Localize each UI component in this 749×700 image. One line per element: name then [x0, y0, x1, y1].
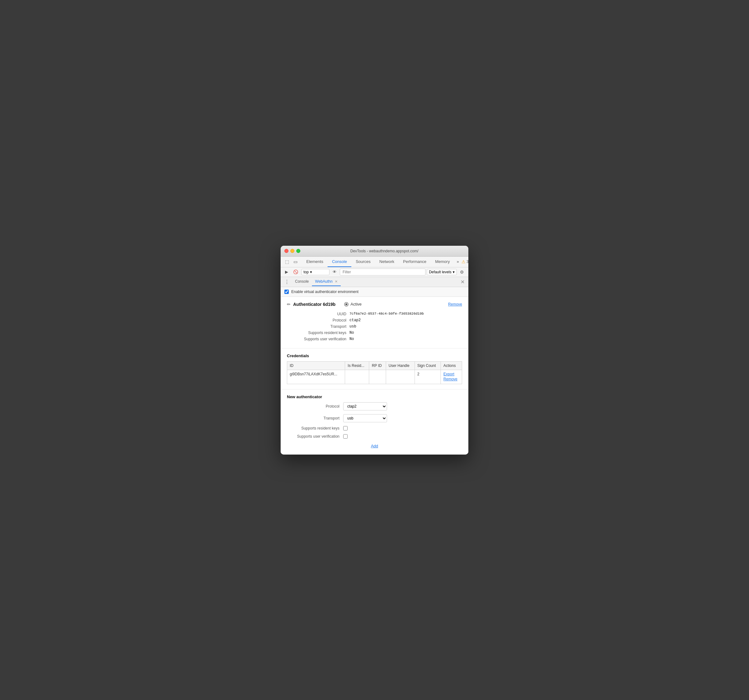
col-is-resident: Is Resid... — [345, 361, 369, 370]
col-id: ID — [287, 361, 345, 370]
filter-settings-button[interactable]: ⚙ — [458, 269, 466, 276]
cred-is-resident — [345, 370, 369, 384]
warning-icon: ⚠ — [462, 259, 466, 264]
traffic-lights — [284, 249, 300, 253]
auth-header: ✏ Authenticator 6d19b Active Remove — [287, 302, 462, 307]
cred-id: gi9DBsn77iLAXdK7es5UR... — [287, 370, 345, 384]
enable-bar: Enable virtual authenticator environment — [281, 287, 468, 297]
uuid-label: UUID — [293, 312, 350, 316]
top-navigation: ⬚ ▭ Elements Console Sources Network Per… — [281, 257, 468, 267]
tab-webauthn-panel[interactable]: WebAuthn ✕ — [312, 277, 341, 286]
new-protocol-row: Protocol ctap2 u2f — [287, 402, 462, 411]
context-value: top — [303, 270, 309, 274]
new-protocol-label: Protocol — [287, 404, 343, 409]
transport-value: usb — [350, 324, 356, 329]
tab-elements[interactable]: Elements — [302, 257, 327, 267]
credentials-section: Credentials ID Is Resid... RP ID User Ha… — [281, 348, 468, 389]
detail-user-verification: Supports user verification No — [293, 337, 462, 341]
radio-input[interactable] — [344, 302, 349, 306]
edit-icon[interactable]: ✏ — [287, 302, 290, 307]
col-actions: Actions — [441, 361, 462, 370]
authenticator-section: ✏ Authenticator 6d19b Active Remove UUID… — [281, 297, 468, 348]
export-credential-button[interactable]: Export — [443, 372, 454, 376]
nav-right-controls: ⚠ 3 ⚙ ⋮ — [462, 258, 468, 266]
filter-input[interactable] — [340, 269, 425, 276]
new-auth-title: New authenticator — [287, 394, 462, 399]
new-authenticator-section: New authenticator Protocol ctap2 u2f Tra… — [281, 389, 468, 455]
tab-sources[interactable]: Sources — [352, 257, 375, 267]
execute-button[interactable]: ▶ — [283, 269, 290, 275]
tab-memory[interactable]: Memory — [431, 257, 454, 267]
minimize-button[interactable] — [290, 249, 294, 253]
tab-network[interactable]: Network — [375, 257, 399, 267]
auth-title: Authenticator 6d19b — [293, 302, 335, 307]
cred-user-handle — [386, 370, 414, 384]
auth-details: UUID 7cf6a7e2-0537-48c4-b9fe-f3653826d19… — [287, 312, 462, 341]
device-icon[interactable]: ▭ — [292, 258, 300, 266]
new-transport-label: Transport — [287, 416, 343, 420]
new-protocol-select[interactable]: ctap2 u2f — [343, 402, 387, 411]
warning-count: 3 — [466, 259, 468, 264]
new-resident-keys-label: Supports resident keys — [287, 426, 343, 430]
new-resident-keys-checkbox[interactable] — [343, 426, 348, 430]
credentials-table: ID Is Resid... RP ID User Handle Sign Co… — [287, 361, 462, 384]
warning-button[interactable]: ⚠ 3 — [462, 259, 468, 264]
resident-keys-value: No — [350, 331, 354, 335]
active-badge: Active — [344, 302, 361, 306]
resident-keys-label: Supports resident keys — [293, 331, 350, 335]
radio-dot — [345, 303, 347, 305]
level-label: Default levels — [429, 270, 451, 274]
new-transport-select[interactable]: usb nfc ble internal — [343, 414, 387, 422]
protocol-value: ctap2 — [350, 318, 361, 322]
panel-tabs: ⋮ Console WebAuthn ✕ ✕ — [281, 277, 468, 287]
close-panel-button[interactable]: ✕ — [459, 278, 466, 286]
new-transport-row: Transport usb nfc ble internal — [287, 414, 462, 422]
main-tabs: Elements Console Sources Network Perform… — [302, 257, 462, 267]
enable-label: Enable virtual authenticator environment — [291, 289, 359, 294]
new-user-verification-checkbox[interactable] — [343, 434, 348, 439]
detail-protocol: Protocol ctap2 — [293, 318, 462, 322]
detail-resident-keys: Supports resident keys No — [293, 331, 462, 335]
titlebar: DevTools - webauthndemo.appspot.com/ — [281, 246, 468, 257]
panel-content: Enable virtual authenticator environment… — [281, 287, 468, 455]
cred-actions: Export Remove — [441, 370, 462, 384]
chevron-down-icon: ▾ — [310, 270, 312, 274]
user-verification-value: No — [350, 337, 354, 341]
remove-credential-button[interactable]: Remove — [443, 377, 457, 381]
col-sign-count: Sign Count — [414, 361, 441, 370]
new-user-verification-label: Supports user verification — [287, 434, 343, 439]
transport-label: Transport — [293, 324, 350, 329]
active-label: Active — [350, 302, 361, 306]
cursor-icon[interactable]: ⬚ — [283, 258, 291, 266]
more-tabs-button[interactable]: » — [454, 257, 462, 267]
protocol-label: Protocol — [293, 318, 350, 322]
filter-bar: ▶ 🚫 top ▾ 👁 Default levels ▾ ⚙ — [281, 267, 468, 277]
close-webauthn-tab[interactable]: ✕ — [335, 280, 338, 283]
eye-button[interactable]: 👁 — [331, 269, 339, 275]
nav-icon-group: ⬚ ▭ — [283, 258, 300, 266]
col-rp-id: RP ID — [369, 361, 386, 370]
new-user-verification-row: Supports user verification — [287, 434, 462, 439]
table-head: ID Is Resid... RP ID User Handle Sign Co… — [287, 361, 462, 370]
maximize-button[interactable] — [296, 249, 300, 253]
user-verification-label: Supports user verification — [293, 337, 350, 341]
add-authenticator-button[interactable]: Add — [368, 442, 381, 450]
detail-uuid: UUID 7cf6a7e2-0537-48c4-b9fe-f3653826d19… — [293, 312, 462, 316]
tab-console-panel[interactable]: Console — [292, 277, 312, 286]
credentials-title: Credentials — [287, 354, 462, 358]
close-button[interactable] — [284, 249, 289, 253]
cred-sign-count: 2 — [414, 370, 441, 384]
stop-button[interactable]: 🚫 — [291, 269, 300, 275]
tab-console[interactable]: Console — [327, 257, 352, 267]
context-selector[interactable]: top ▾ — [301, 269, 329, 275]
enable-checkbox[interactable] — [284, 289, 289, 294]
level-selector[interactable]: Default levels ▾ — [427, 269, 457, 275]
new-resident-keys-row: Supports resident keys — [287, 426, 462, 430]
chevron-down-icon: ▾ — [453, 270, 455, 274]
panel-menu-button[interactable]: ⋮ — [283, 277, 290, 287]
table-row: gi9DBsn77iLAXdK7es5UR... 2 Export Remove — [287, 370, 462, 384]
remove-auth-button[interactable]: Remove — [448, 302, 462, 306]
detail-transport: Transport usb — [293, 324, 462, 329]
tab-performance[interactable]: Performance — [399, 257, 431, 267]
table-body: gi9DBsn77iLAXdK7es5UR... 2 Export Remove — [287, 370, 462, 384]
